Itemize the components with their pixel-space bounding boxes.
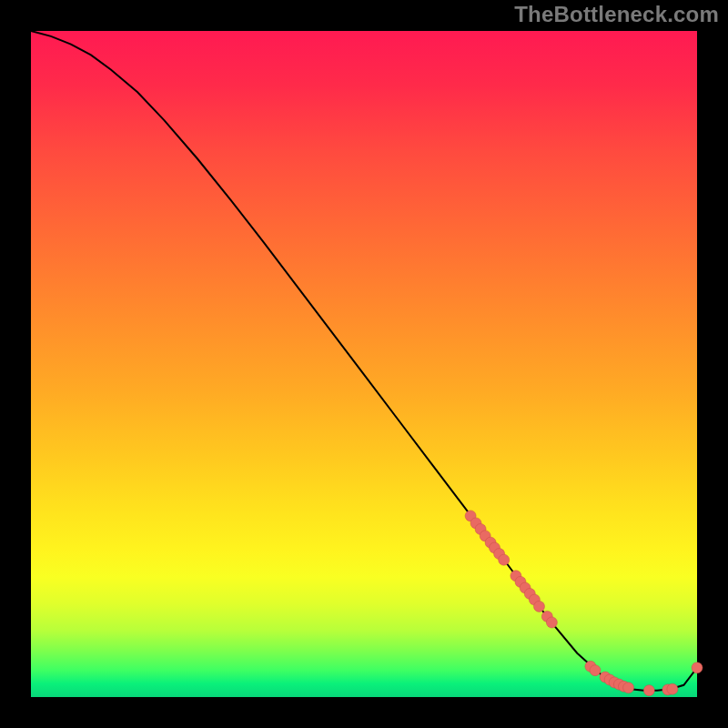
data-marker <box>692 662 703 673</box>
data-marker <box>623 682 634 693</box>
data-marker <box>546 617 557 628</box>
data-marker <box>534 601 545 612</box>
data-marker <box>643 685 654 696</box>
watermark-text: TheBottleneck.com <box>514 2 719 27</box>
curve-path <box>31 31 697 691</box>
chart-overlay <box>31 31 697 697</box>
chart-stage: TheBottleneck.com <box>0 0 728 728</box>
data-marker <box>499 554 510 565</box>
data-marker <box>590 665 601 676</box>
marker-group <box>465 511 703 696</box>
data-marker <box>667 683 678 694</box>
